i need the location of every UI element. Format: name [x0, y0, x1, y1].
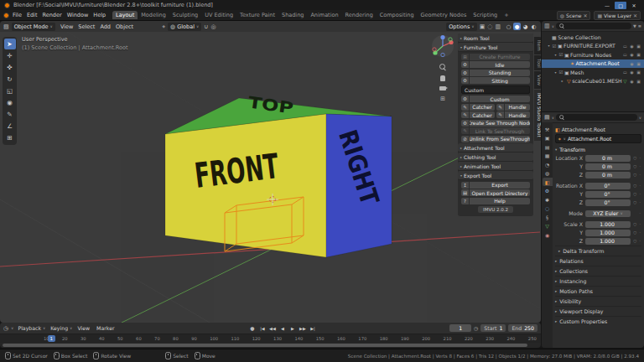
playback-button[interactable]: |◀: [257, 325, 267, 332]
menubar-item[interactable]: Help: [91, 12, 108, 18]
playback-button[interactable]: ◀: [278, 325, 287, 332]
scene-clear-icon[interactable]: ✕: [583, 13, 587, 18]
gear-icon[interactable]: ⚙: [461, 96, 469, 102]
mode-dropdown[interactable]: Object Mode ∨: [12, 23, 55, 31]
tool-button[interactable]: ✜: [4, 62, 16, 73]
sidebar-tab[interactable]: IMVU Studio Toolkit: [534, 90, 541, 141]
current-frame-field[interactable]: 1: [449, 324, 471, 332]
number-field[interactable]: 0 m: [585, 155, 631, 162]
number-field[interactable]: 0°: [585, 183, 631, 189]
number-field[interactable]: 0°: [585, 191, 631, 198]
snap-magnet-icon[interactable]: ∪: [204, 23, 208, 30]
collapsed-panel-header[interactable]: ▸ Animation Tool: [458, 162, 533, 171]
export-button[interactable]: Export: [470, 182, 530, 189]
number-field[interactable]: XYZ Euler∨: [585, 210, 631, 217]
options-dropdown[interactable]: Options ∨: [446, 23, 476, 31]
pose-button[interactable]: Standing: [470, 70, 530, 76]
frame-end-field[interactable]: End250: [508, 324, 538, 332]
object-name-field[interactable]: ✶ ∨ Attachment.Root: [555, 134, 641, 143]
proportional-edit-icon[interactable]: ◎: [210, 23, 216, 30]
properties-tab[interactable]: §: [543, 213, 553, 221]
field-decorator-icons[interactable]: ○ ·: [631, 230, 641, 235]
see-through-button[interactable]: Link To SeeThrough: [470, 127, 530, 134]
toolkit-version-button[interactable]: IMVU 2.0.2: [478, 206, 513, 213]
outliner-row[interactable]: ▾ ☑ ▣ Furniture Nodes ▭ ◉ ▣: [542, 50, 644, 59]
outliner-row[interactable]: ▾ ☑ ▣ Mesh ▭ ◉ ▣: [542, 68, 644, 77]
tool-button[interactable]: ✎: [4, 109, 16, 120]
xray-toggle-icon[interactable]: ▥: [495, 23, 501, 30]
create-furniture-button[interactable]: Create Furniture: [470, 54, 530, 60]
expand-caret-icon[interactable]: ▾: [553, 70, 558, 75]
workspace-tab[interactable]: Modeling: [138, 11, 169, 19]
catcher-button[interactable]: Catcher: [470, 111, 495, 118]
shading-mode-icon[interactable]: ◕: [522, 23, 529, 30]
expand-caret-icon[interactable]: ▾: [547, 44, 551, 48]
workspace-tab[interactable]: Shading: [278, 11, 307, 19]
orientation-gizmo[interactable]: [431, 34, 454, 58]
field-decorator-icons[interactable]: ○ ·: [631, 200, 641, 204]
row-visibility-icons[interactable]: ▭ ◉ ▣: [623, 52, 641, 57]
expand-caret-icon[interactable]: ▾: [553, 53, 558, 57]
timeline-menu-item[interactable]: View: [75, 325, 93, 331]
workspace-tab[interactable]: Rendering: [342, 11, 377, 19]
export-button[interactable]: Help: [470, 198, 530, 204]
3d-viewport[interactable]: TOP FRONT RIGHT User Perspective (1) Sce…: [0, 32, 541, 323]
playback-button[interactable]: ▶: [288, 325, 297, 332]
property-panel-header[interactable]: ▸ Custom Properties: [555, 316, 641, 326]
tool-button[interactable]: ◱: [4, 85, 16, 96]
camera-view-icon[interactable]: [439, 86, 446, 90]
blender-menu-icon[interactable]: [3, 13, 9, 18]
panel-export-tool[interactable]: ▾ Export Tool: [458, 171, 533, 180]
pose-button[interactable]: Sitting: [470, 77, 530, 84]
shading-mode-icon[interactable]: ●: [513, 23, 521, 30]
filter-icon[interactable]: ≡: [638, 23, 641, 28]
panel-room-tool[interactable]: ▸ Room Tool: [458, 34, 533, 43]
see-through-button[interactable]: Create See Through Node: [470, 120, 530, 127]
pivot-icon[interactable]: ⌖: [162, 23, 165, 30]
viewport-menu-item[interactable]: View: [58, 23, 75, 30]
see-through-button[interactable]: Unlink From SeeThrough: [470, 136, 530, 142]
number-field[interactable]: 0 m: [585, 172, 631, 178]
sidebar-tab[interactable]: Tool: [534, 55, 541, 71]
catcher-button[interactable]: Catcher: [470, 104, 495, 111]
viewport-menu-item[interactable]: Add: [97, 23, 113, 30]
collection-checkbox[interactable]: ☑: [559, 52, 564, 57]
close-button[interactable]: ✕: [628, 2, 640, 9]
view-layer-clear-icon[interactable]: ✕: [633, 13, 637, 18]
shading-mode-icon[interactable]: ◐: [530, 23, 538, 30]
outliner-row[interactable]: ▦ Scene Collection: [542, 33, 644, 42]
outliner-row[interactable]: ▸ ▽ scaleCube01.MESH ▽ ◉ ▣: [542, 77, 644, 86]
scene-selector[interactable]: ◍ Scene ✕: [557, 11, 591, 20]
row-visibility-icons[interactable]: ▭ ◉ ▣: [623, 44, 641, 49]
sidebar-tab[interactable]: View: [534, 71, 541, 89]
row-visibility-icons[interactable]: ▭ ◉ ▣: [623, 70, 641, 75]
collection-checkbox[interactable]: ☑: [559, 70, 564, 75]
collapsed-panel-header[interactable]: ▸ Clothing Tool: [458, 153, 533, 162]
custom-pose-input[interactable]: Custom: [461, 85, 530, 94]
tool-button[interactable]: ∠: [4, 121, 16, 132]
number-field[interactable]: 1.000: [585, 238, 631, 245]
handle-button[interactable]: Handle: [505, 104, 530, 111]
timeline-menu-item[interactable]: Keying∨: [49, 325, 74, 331]
tool-button[interactable]: ✛: [4, 50, 16, 61]
workspace-tab[interactable]: Layout: [112, 11, 138, 19]
property-panel-header[interactable]: ▸ Visibility: [555, 296, 641, 306]
menubar-item[interactable]: File: [10, 12, 24, 18]
field-decorator-icons[interactable]: ○ ·: [631, 164, 641, 168]
outliner-search-input[interactable]: [556, 23, 631, 29]
property-panel-header[interactable]: ▸ Delta Transform: [555, 246, 641, 256]
workspace-tab[interactable]: Compositing: [377, 11, 418, 19]
field-decorator-icons[interactable]: ○ ·: [631, 184, 641, 188]
chevron-down-icon[interactable]: ∨: [639, 116, 641, 120]
tool-button[interactable]: ↻: [4, 74, 16, 85]
outliner-row[interactable]: ▾ ☑ ▣ FURNITURE.EXPORT ▭ ◉ ▣: [542, 42, 644, 51]
property-panel-header[interactable]: ▸ Collections: [555, 266, 641, 276]
panel-furniture-tool[interactable]: ▾ Furniture Tool: [458, 43, 533, 52]
field-decorator-icons[interactable]: ○ ·: [631, 222, 641, 226]
tool-button[interactable]: ◉: [4, 97, 16, 108]
tool-button[interactable]: ⊞: [4, 132, 16, 143]
field-decorator-icons[interactable]: ○ ·: [631, 239, 641, 243]
viewport-menu-item[interactable]: Select: [75, 23, 97, 30]
scrollbar-thumb[interactable]: [3, 344, 527, 347]
collapsed-panel-header[interactable]: ▸ Attachment Tool: [458, 143, 533, 153]
